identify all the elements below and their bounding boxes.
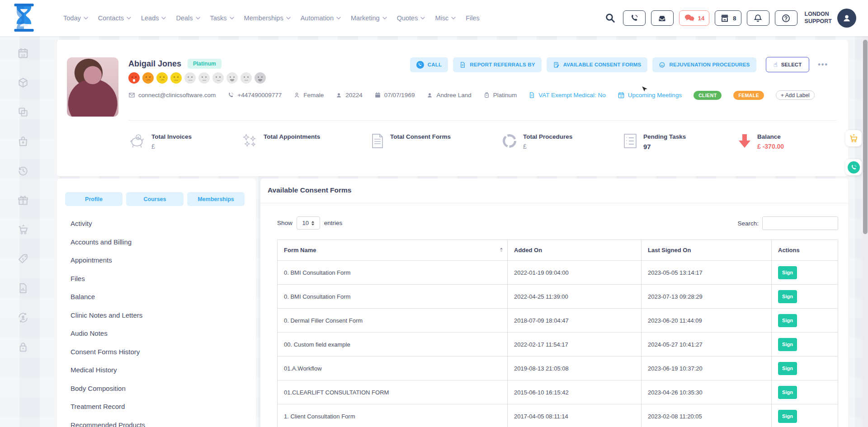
search-input[interactable]: [762, 216, 838, 230]
call-button[interactable]: CALL: [410, 57, 448, 72]
satisfaction-face-6[interactable]: [198, 72, 210, 84]
inbox-button[interactable]: [651, 10, 674, 26]
report-icon[interactable]: [17, 282, 29, 294]
table-search-control: Search:: [737, 216, 838, 230]
nav-item-memberships[interactable]: Memberships: [244, 14, 291, 22]
satisfaction-face-10[interactable]: [255, 72, 266, 84]
nav-item-today[interactable]: Today: [63, 14, 88, 22]
vat-exempt-link[interactable]: VAT Exempt Medical: No: [528, 92, 606, 99]
notifications-button[interactable]: [747, 10, 769, 26]
select-button[interactable]: ☝SELECT: [766, 57, 810, 72]
section-files[interactable]: Files: [71, 270, 145, 288]
cart-icon[interactable]: [17, 224, 29, 235]
satisfaction-face-7[interactable]: [212, 72, 224, 84]
user-avatar[interactable]: [837, 9, 856, 28]
hourglass-logo-icon: [12, 3, 36, 33]
nav-item-deals[interactable]: Deals: [176, 14, 200, 22]
section-treatment-record[interactable]: Treatment Record: [71, 398, 145, 416]
satisfaction-face-8[interactable]: [226, 72, 238, 84]
nav-item-misc[interactable]: Misc: [435, 14, 456, 22]
pos-button[interactable]: 8: [715, 10, 741, 26]
search-icon[interactable]: [605, 13, 616, 23]
floating-cart-button[interactable]: [845, 130, 862, 146]
client-dob: 07/07/1969: [374, 92, 415, 99]
section-consent-forms-history[interactable]: Consent Forms History: [71, 343, 145, 361]
section-body-composition[interactable]: Body Composition: [71, 380, 145, 398]
nav-item-marketing[interactable]: Marketing: [351, 14, 387, 22]
column-form-name[interactable]: Form Name: [278, 240, 508, 261]
nav-item-files[interactable]: Files: [466, 14, 480, 22]
mail-icon: [128, 92, 135, 99]
sign-button[interactable]: Sign: [778, 266, 797, 279]
section-accounts-billing[interactable]: Accounts and Billing: [71, 233, 145, 252]
page-size-select[interactable]: 10: [297, 216, 320, 230]
nav-item-tasks[interactable]: Tasks: [210, 14, 234, 22]
price-tag-icon[interactable]: [17, 253, 29, 265]
sign-button[interactable]: Sign: [778, 290, 797, 303]
column-actions[interactable]: Actions: [772, 240, 838, 261]
help-button[interactable]: [775, 10, 797, 26]
dialer-button[interactable]: [623, 10, 646, 26]
chevron-down-icon: [451, 17, 456, 19]
satisfaction-face-4[interactable]: [170, 72, 182, 84]
tab-profile[interactable]: Profile: [65, 192, 123, 206]
sign-button[interactable]: Sign: [778, 362, 797, 375]
column-last-signed-on[interactable]: Last Signed On: [642, 240, 772, 261]
report-referrals-button[interactable]: REPORT REFERRALS BY: [453, 57, 541, 72]
section-clinic-notes[interactable]: Clinic Notes and Letters: [71, 306, 145, 325]
upcoming-meetings-link[interactable]: Upcoming Meetings: [618, 92, 682, 99]
client-owner: Andree Land: [426, 92, 471, 99]
select-arrows-icon: [311, 221, 314, 225]
nav-item-quotes[interactable]: Quotes: [397, 14, 425, 22]
document-icon: [528, 92, 535, 99]
rejuvenation-procedures-button[interactable]: REJUVENATION PROCEDURES: [652, 57, 756, 72]
chat-button[interactable]: 14: [679, 10, 709, 26]
sign-button[interactable]: Sign: [778, 410, 797, 423]
satisfaction-face-5[interactable]: [184, 72, 196, 84]
tab-courses[interactable]: Courses: [126, 192, 184, 206]
clinicsoftware-logo[interactable]: [12, 3, 36, 34]
copy-icon[interactable]: [17, 106, 29, 118]
phone-circle-icon: [416, 61, 424, 69]
client-photo[interactable]: [67, 57, 118, 117]
satisfaction-face-2[interactable]: [142, 72, 154, 84]
satisfaction-face-3[interactable]: [156, 72, 168, 84]
section-recommended-products[interactable]: Recommended Products: [71, 416, 145, 427]
available-consent-forms-button[interactable]: AVAILABLE CONSENT FORMS: [547, 57, 648, 72]
sign-button[interactable]: Sign: [778, 338, 797, 351]
scrollbar-thumb[interactable]: [863, 40, 868, 234]
client-gender: Female: [293, 92, 324, 99]
satisfaction-face-1[interactable]: [128, 72, 140, 84]
satisfaction-face-9[interactable]: [241, 72, 252, 84]
history-icon[interactable]: [17, 165, 29, 177]
nav-label: Automation: [301, 14, 334, 22]
chat-bubbles-icon: [684, 13, 695, 23]
calendar-icon[interactable]: [17, 47, 29, 59]
table-row: 0. Dermal Filler Consent Form 2018-07-09…: [278, 309, 838, 333]
section-appointments[interactable]: Appointments: [71, 251, 145, 270]
column-added-on[interactable]: Added On: [508, 240, 642, 261]
nav-item-leads[interactable]: Leads: [141, 14, 166, 22]
gift-icon[interactable]: [17, 194, 29, 206]
sign-button[interactable]: Sign: [778, 314, 797, 327]
nav-item-contacts[interactable]: Contacts: [98, 14, 131, 22]
section-activity[interactable]: Activity: [71, 215, 145, 233]
user-sync-icon[interactable]: [17, 312, 29, 324]
section-medical-history[interactable]: Medical History: [71, 361, 145, 380]
shopping-bag-icon[interactable]: [17, 136, 29, 147]
nav-item-automation[interactable]: Automation: [301, 14, 341, 22]
more-options-button[interactable]: •••: [818, 61, 828, 69]
floating-call-button[interactable]: [845, 159, 862, 175]
section-audio-notes[interactable]: Audio Notes: [71, 324, 145, 343]
sign-button[interactable]: Sign: [778, 386, 797, 399]
jar-icon: [483, 92, 490, 99]
phone-circle-icon: [848, 161, 860, 174]
lock-icon[interactable]: [17, 341, 29, 353]
cart-icon: [849, 133, 859, 143]
document-icon: [459, 61, 466, 68]
tab-memberships[interactable]: Memberships: [187, 192, 245, 206]
section-balance[interactable]: Balance: [71, 288, 145, 306]
package-icon[interactable]: [17, 77, 29, 89]
cell-form-name: 1. Client Consultation Form: [278, 404, 508, 427]
add-label-button[interactable]: + Add Label: [776, 90, 815, 100]
